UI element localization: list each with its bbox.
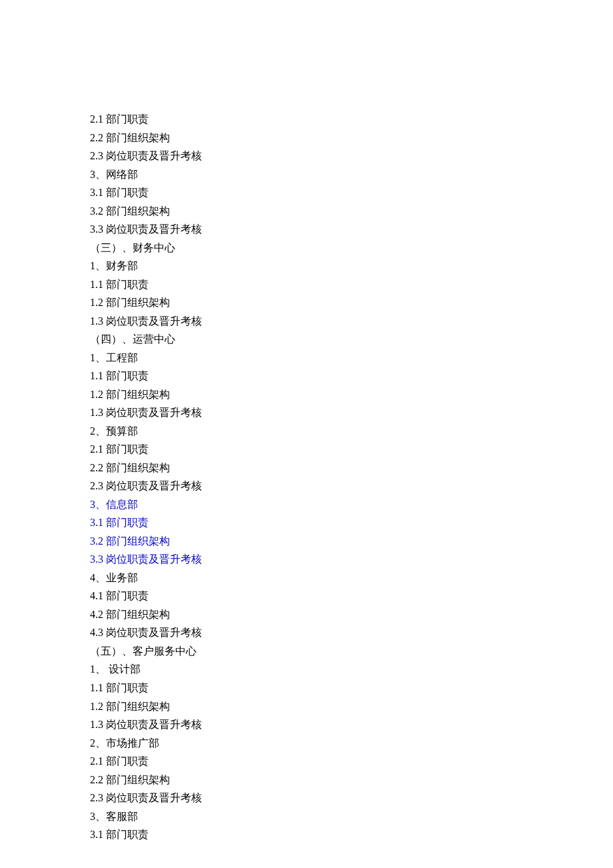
toc-item: 2、市场推广部 (90, 734, 613, 753)
toc-item: 2.1 部门职责 (90, 752, 613, 771)
toc-item: 1、 设计部 (90, 660, 613, 679)
toc-item: 2.2 部门组织架构 (90, 129, 613, 147)
toc-item: 2、预算部 (90, 422, 613, 441)
toc-item: 2.3 岗位职责及晋升考核 (90, 147, 613, 165)
toc-item: 3、网络部 (90, 165, 613, 184)
toc-item: 2.1 部门职责 (90, 440, 613, 459)
toc-item[interactable]: 3.3 岗位职责及晋升考核 (90, 550, 613, 569)
toc-item[interactable]: 3.1 部门职责 (90, 513, 613, 532)
toc-item: 2.1 部门职责 (90, 110, 613, 129)
toc-item: 3.1 部门职责 (90, 825, 613, 844)
toc-item[interactable]: 3.2 部门组织架构 (90, 532, 613, 551)
toc-item: 2.3 岗位职责及晋升考核 (90, 477, 613, 495)
toc-item: 3.1 部门职责 (90, 183, 613, 202)
toc-item: （四）、运营中心 (90, 330, 613, 349)
toc-item: 1.1 部门职责 (90, 367, 613, 385)
toc-item: 2.2 部门组织架构 (90, 459, 613, 477)
toc-item: 3.3 岗位职责及晋升考核 (90, 220, 613, 239)
toc-item: 1.2 部门组织架构 (90, 293, 613, 312)
toc-item: 2.3 岗位职责及晋升考核 (90, 789, 613, 807)
toc-item: 3、客服部 (90, 807, 613, 826)
toc-item: 3.2 部门组织架构 (90, 202, 613, 221)
toc-item: 1.3 岗位职责及晋升考核 (90, 312, 613, 331)
toc-item: 4、业务部 (90, 569, 613, 587)
toc-item: 1.1 部门职责 (90, 679, 613, 697)
toc-item: 1.1 部门职责 (90, 275, 613, 294)
toc-item: 4.2 部门组织架构 (90, 605, 613, 624)
toc-item: 2.2 部门组织架构 (90, 771, 613, 789)
toc-item: 1、工程部 (90, 349, 613, 367)
toc-item[interactable]: 3、信息部 (90, 495, 613, 514)
toc-item: 1.3 岗位职责及晋升考核 (90, 715, 613, 734)
table-of-contents: 2.1 部门职责2.2 部门组织架构2.3 岗位职责及晋升考核3、网络部3.1 … (90, 110, 613, 844)
toc-item: 4.1 部门职责 (90, 587, 613, 605)
toc-item: 1、财务部 (90, 257, 613, 275)
toc-item: （三）、财务中心 (90, 239, 613, 257)
toc-item: 1.2 部门组织架构 (90, 697, 613, 716)
toc-item: 4.3 岗位职责及晋升考核 (90, 623, 613, 642)
toc-item: 1.2 部门组织架构 (90, 385, 613, 404)
toc-item: （五）、客户服务中心 (90, 642, 613, 661)
toc-item: 1.3 岗位职责及晋升考核 (90, 403, 613, 422)
